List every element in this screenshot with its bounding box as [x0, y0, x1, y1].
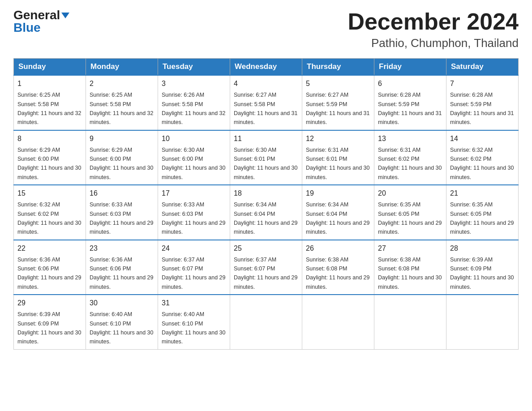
- day-cell: 26Sunrise: 6:38 AMSunset: 6:08 PMDayligh…: [302, 240, 374, 295]
- day-info: Sunrise: 6:27 AMSunset: 5:59 PMDaylight:…: [306, 92, 369, 125]
- day-info: Sunrise: 6:27 AMSunset: 5:58 PMDaylight:…: [234, 92, 297, 125]
- week-row-4: 22Sunrise: 6:36 AMSunset: 6:06 PMDayligh…: [14, 240, 519, 295]
- day-info: Sunrise: 6:25 AMSunset: 5:58 PMDaylight:…: [17, 92, 81, 125]
- week-row-5: 29Sunrise: 6:39 AMSunset: 6:09 PMDayligh…: [14, 295, 519, 349]
- page-header: General Blue December 2024 Pathio, Chump…: [13, 9, 519, 50]
- day-cell: 3Sunrise: 6:26 AMSunset: 5:58 PMDaylight…: [158, 75, 230, 130]
- day-cell: 1Sunrise: 6:25 AMSunset: 5:58 PMDaylight…: [14, 75, 86, 130]
- day-number: 15: [17, 188, 82, 199]
- day-number: 17: [162, 188, 226, 199]
- day-number: 1: [17, 78, 82, 89]
- day-number: 3: [162, 78, 226, 89]
- day-info: Sunrise: 6:37 AMSunset: 6:07 PMDaylight:…: [162, 257, 225, 290]
- day-cell: 13Sunrise: 6:31 AMSunset: 6:02 PMDayligh…: [374, 130, 446, 185]
- day-cell: 17Sunrise: 6:33 AMSunset: 6:03 PMDayligh…: [158, 185, 230, 240]
- day-number: 2: [90, 78, 154, 89]
- header-day-saturday: Saturday: [446, 59, 519, 76]
- day-number: 31: [162, 298, 226, 308]
- day-cell: 25Sunrise: 6:37 AMSunset: 6:07 PMDayligh…: [230, 240, 302, 295]
- header-day-wednesday: Wednesday: [230, 59, 302, 76]
- day-cell: 12Sunrise: 6:31 AMSunset: 6:01 PMDayligh…: [302, 130, 374, 185]
- day-info: Sunrise: 6:31 AMSunset: 6:02 PMDaylight:…: [378, 147, 442, 180]
- day-number: 22: [17, 243, 82, 254]
- day-number: 5: [306, 78, 370, 89]
- day-cell: 8Sunrise: 6:29 AMSunset: 6:00 PMDaylight…: [14, 130, 86, 185]
- day-info: Sunrise: 6:30 AMSunset: 6:01 PMDaylight:…: [234, 147, 297, 180]
- day-number: 29: [17, 298, 82, 308]
- day-number: 10: [162, 133, 226, 144]
- day-cell: 10Sunrise: 6:30 AMSunset: 6:00 PMDayligh…: [158, 130, 230, 185]
- calendar-table: SundayMondayTuesdayWednesdayThursdayFrid…: [13, 58, 519, 350]
- day-info: Sunrise: 6:32 AMSunset: 6:02 PMDaylight:…: [17, 201, 81, 235]
- day-number: 23: [90, 243, 154, 254]
- day-cell: 27Sunrise: 6:38 AMSunset: 6:08 PMDayligh…: [374, 240, 446, 295]
- day-info: Sunrise: 6:39 AMSunset: 6:09 PMDaylight:…: [450, 257, 514, 290]
- day-cell: 16Sunrise: 6:33 AMSunset: 6:03 PMDayligh…: [86, 185, 158, 240]
- day-info: Sunrise: 6:40 AMSunset: 6:10 PMDaylight:…: [162, 311, 225, 345]
- header-row: SundayMondayTuesdayWednesdayThursdayFrid…: [14, 59, 519, 76]
- day-info: Sunrise: 6:26 AMSunset: 5:58 PMDaylight:…: [162, 92, 225, 125]
- day-info: Sunrise: 6:34 AMSunset: 6:04 PMDaylight:…: [306, 201, 369, 235]
- day-info: Sunrise: 6:38 AMSunset: 6:08 PMDaylight:…: [306, 257, 369, 290]
- day-info: Sunrise: 6:32 AMSunset: 6:02 PMDaylight:…: [450, 147, 514, 180]
- day-cell: 19Sunrise: 6:34 AMSunset: 6:04 PMDayligh…: [302, 185, 374, 240]
- day-cell: 2Sunrise: 6:25 AMSunset: 5:58 PMDaylight…: [86, 75, 158, 130]
- day-cell: 31Sunrise: 6:40 AMSunset: 6:10 PMDayligh…: [158, 295, 230, 349]
- day-info: Sunrise: 6:34 AMSunset: 6:04 PMDaylight:…: [234, 201, 297, 235]
- day-cell: [302, 295, 374, 349]
- day-cell: 23Sunrise: 6:36 AMSunset: 6:06 PMDayligh…: [86, 240, 158, 295]
- day-number: 4: [234, 78, 298, 89]
- header-day-friday: Friday: [374, 59, 446, 76]
- day-info: Sunrise: 6:29 AMSunset: 6:00 PMDaylight:…: [17, 147, 81, 180]
- day-number: 20: [378, 188, 442, 199]
- day-cell: 11Sunrise: 6:30 AMSunset: 6:01 PMDayligh…: [230, 130, 302, 185]
- day-cell: 20Sunrise: 6:35 AMSunset: 6:05 PMDayligh…: [374, 185, 446, 240]
- day-cell: [446, 295, 519, 349]
- day-number: 30: [90, 298, 154, 308]
- day-cell: 24Sunrise: 6:37 AMSunset: 6:07 PMDayligh…: [158, 240, 230, 295]
- day-number: 25: [234, 243, 298, 254]
- day-number: 7: [450, 78, 515, 89]
- week-row-2: 8Sunrise: 6:29 AMSunset: 6:00 PMDaylight…: [14, 130, 519, 185]
- day-cell: 21Sunrise: 6:35 AMSunset: 6:05 PMDayligh…: [446, 185, 519, 240]
- header-day-monday: Monday: [86, 59, 158, 76]
- day-cell: 9Sunrise: 6:29 AMSunset: 6:00 PMDaylight…: [86, 130, 158, 185]
- header-day-sunday: Sunday: [14, 59, 86, 76]
- logo-text: General: [13, 9, 69, 21]
- day-info: Sunrise: 6:35 AMSunset: 6:05 PMDaylight:…: [378, 201, 442, 235]
- day-cell: 14Sunrise: 6:32 AMSunset: 6:02 PMDayligh…: [446, 130, 519, 185]
- day-cell: 30Sunrise: 6:40 AMSunset: 6:10 PMDayligh…: [86, 295, 158, 349]
- day-cell: 18Sunrise: 6:34 AMSunset: 6:04 PMDayligh…: [230, 185, 302, 240]
- day-number: 28: [450, 243, 515, 254]
- day-info: Sunrise: 6:31 AMSunset: 6:01 PMDaylight:…: [306, 147, 369, 180]
- day-cell: 22Sunrise: 6:36 AMSunset: 6:06 PMDayligh…: [14, 240, 86, 295]
- day-number: 13: [378, 133, 442, 144]
- logo: General Blue: [13, 9, 69, 35]
- logo-blue: Blue: [13, 21, 41, 35]
- title-area: December 2024 Pathio, Chumphon, Thailand: [348, 9, 519, 50]
- day-number: 16: [90, 188, 154, 199]
- day-number: 11: [234, 133, 298, 144]
- day-number: 14: [450, 133, 515, 144]
- day-info: Sunrise: 6:33 AMSunset: 6:03 PMDaylight:…: [90, 201, 153, 235]
- header-day-thursday: Thursday: [302, 59, 374, 76]
- day-info: Sunrise: 6:28 AMSunset: 5:59 PMDaylight:…: [378, 92, 442, 125]
- day-number: 27: [378, 243, 442, 254]
- day-info: Sunrise: 6:33 AMSunset: 6:03 PMDaylight:…: [162, 201, 225, 235]
- day-cell: 29Sunrise: 6:39 AMSunset: 6:09 PMDayligh…: [14, 295, 86, 349]
- day-info: Sunrise: 6:28 AMSunset: 5:59 PMDaylight:…: [450, 92, 514, 125]
- day-number: 26: [306, 243, 370, 254]
- day-info: Sunrise: 6:37 AMSunset: 6:07 PMDaylight:…: [234, 257, 297, 290]
- day-number: 6: [378, 78, 442, 89]
- day-number: 21: [450, 188, 515, 199]
- day-info: Sunrise: 6:39 AMSunset: 6:09 PMDaylight:…: [17, 311, 81, 345]
- day-info: Sunrise: 6:36 AMSunset: 6:06 PMDaylight:…: [17, 257, 81, 290]
- day-cell: 6Sunrise: 6:28 AMSunset: 5:59 PMDaylight…: [374, 75, 446, 130]
- day-cell: 28Sunrise: 6:39 AMSunset: 6:09 PMDayligh…: [446, 240, 519, 295]
- week-row-1: 1Sunrise: 6:25 AMSunset: 5:58 PMDaylight…: [14, 75, 519, 130]
- day-info: Sunrise: 6:36 AMSunset: 6:06 PMDaylight:…: [90, 257, 153, 290]
- day-number: 18: [234, 188, 298, 199]
- day-info: Sunrise: 6:30 AMSunset: 6:00 PMDaylight:…: [162, 147, 225, 180]
- day-info: Sunrise: 6:29 AMSunset: 6:00 PMDaylight:…: [90, 147, 153, 180]
- day-number: 8: [17, 133, 82, 144]
